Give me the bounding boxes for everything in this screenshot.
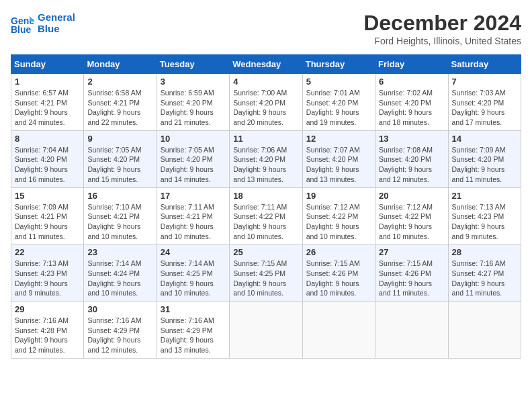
day-number: 31	[161, 304, 226, 314]
day-number: 15	[15, 191, 80, 201]
col-tuesday: Tuesday	[157, 55, 229, 74]
day-info: Sunrise: 7:16 AMSunset: 4:27 PMDaylight:…	[452, 259, 517, 298]
day-number: 25	[233, 247, 298, 257]
day-number: 12	[306, 134, 371, 144]
day-info: Sunrise: 7:15 AMSunset: 4:26 PMDaylight:…	[379, 259, 444, 298]
col-sunday: Sunday	[11, 55, 84, 74]
day-number: 7	[452, 77, 517, 87]
day-number: 23	[87, 247, 152, 257]
day-number: 21	[452, 191, 517, 201]
day-info: Sunrise: 7:13 AMSunset: 4:23 PMDaylight:…	[452, 202, 517, 242]
day-number: 18	[233, 191, 298, 201]
day-info: Sunrise: 7:15 AMSunset: 4:26 PMDaylight:…	[306, 259, 371, 298]
day-number: 22	[15, 247, 80, 257]
table-cell: 5Sunrise: 7:01 AMSunset: 4:20 PMDaylight…	[302, 74, 375, 131]
table-cell	[230, 302, 302, 359]
calendar-row: 1Sunrise: 6:57 AMSunset: 4:21 PMDaylight…	[11, 74, 521, 131]
day-info: Sunrise: 7:00 AMSunset: 4:20 PMDaylight:…	[233, 88, 298, 128]
day-number: 13	[379, 134, 444, 144]
table-cell: 6Sunrise: 7:02 AMSunset: 4:20 PMDaylight…	[375, 74, 448, 131]
col-wednesday: Wednesday	[230, 55, 302, 74]
table-cell: 30Sunrise: 7:16 AMSunset: 4:29 PMDayligh…	[84, 302, 157, 359]
day-info: Sunrise: 7:04 AMSunset: 4:20 PMDaylight:…	[15, 145, 80, 185]
table-cell: 9Sunrise: 7:05 AMSunset: 4:20 PMDaylight…	[84, 130, 157, 187]
day-number: 17	[161, 191, 226, 201]
table-cell	[302, 302, 375, 359]
day-number: 10	[161, 134, 226, 144]
logo-line1: General	[38, 11, 75, 23]
day-number: 16	[87, 191, 152, 201]
table-cell: 12Sunrise: 7:07 AMSunset: 4:20 PMDayligh…	[302, 130, 375, 187]
day-number: 26	[306, 247, 371, 257]
title-area: December 2024 Ford Heights, Illinois, Un…	[363, 11, 521, 46]
day-info: Sunrise: 7:14 AMSunset: 4:25 PMDaylight:…	[161, 259, 226, 298]
table-cell: 3Sunrise: 6:59 AMSunset: 4:20 PMDaylight…	[157, 74, 229, 131]
day-number: 11	[233, 134, 298, 144]
day-info: Sunrise: 7:01 AMSunset: 4:20 PMDaylight:…	[306, 88, 371, 128]
day-info: Sunrise: 7:16 AMSunset: 4:28 PMDaylight:…	[15, 316, 80, 355]
table-cell: 18Sunrise: 7:11 AMSunset: 4:22 PMDayligh…	[230, 187, 302, 244]
day-info: Sunrise: 6:58 AMSunset: 4:21 PMDaylight:…	[87, 88, 152, 128]
svg-text:Blue: Blue	[11, 24, 32, 35]
logo: General Blue General Blue	[11, 11, 75, 35]
day-number: 2	[87, 77, 152, 87]
table-cell: 20Sunrise: 7:12 AMSunset: 4:22 PMDayligh…	[375, 187, 448, 244]
day-number: 24	[161, 247, 226, 257]
table-cell	[375, 302, 448, 359]
table-cell: 1Sunrise: 6:57 AMSunset: 4:21 PMDaylight…	[11, 74, 84, 131]
day-info: Sunrise: 7:13 AMSunset: 4:23 PMDaylight:…	[15, 259, 80, 298]
day-number: 29	[15, 304, 80, 314]
day-number: 3	[161, 77, 226, 87]
table-cell: 24Sunrise: 7:14 AMSunset: 4:25 PMDayligh…	[157, 244, 229, 302]
day-info: Sunrise: 7:09 AMSunset: 4:20 PMDaylight:…	[452, 145, 517, 185]
day-number: 20	[379, 191, 444, 201]
day-info: Sunrise: 7:07 AMSunset: 4:20 PMDaylight:…	[306, 145, 371, 185]
day-info: Sunrise: 7:16 AMSunset: 4:29 PMDaylight:…	[87, 316, 152, 355]
table-cell: 29Sunrise: 7:16 AMSunset: 4:28 PMDayligh…	[11, 302, 84, 359]
day-number: 1	[15, 77, 80, 87]
table-cell: 4Sunrise: 7:00 AMSunset: 4:20 PMDaylight…	[230, 74, 302, 131]
table-cell	[448, 302, 521, 359]
table-cell: 22Sunrise: 7:13 AMSunset: 4:23 PMDayligh…	[11, 244, 84, 302]
day-number: 28	[452, 247, 517, 257]
day-number: 6	[379, 77, 444, 87]
col-friday: Friday	[375, 55, 448, 74]
table-cell: 19Sunrise: 7:12 AMSunset: 4:22 PMDayligh…	[302, 187, 375, 244]
page-header: General Blue General Blue December 2024 …	[11, 11, 521, 46]
day-info: Sunrise: 7:16 AMSunset: 4:29 PMDaylight:…	[161, 316, 226, 355]
calendar-row: 22Sunrise: 7:13 AMSunset: 4:23 PMDayligh…	[11, 244, 521, 302]
table-cell: 31Sunrise: 7:16 AMSunset: 4:29 PMDayligh…	[157, 302, 229, 359]
day-info: Sunrise: 7:08 AMSunset: 4:20 PMDaylight:…	[379, 145, 444, 185]
col-monday: Monday	[84, 55, 157, 74]
calendar-row: 29Sunrise: 7:16 AMSunset: 4:28 PMDayligh…	[11, 302, 521, 359]
month-title: December 2024	[363, 11, 521, 36]
day-number: 9	[87, 134, 152, 144]
calendar-row: 15Sunrise: 7:09 AMSunset: 4:21 PMDayligh…	[11, 187, 521, 244]
day-info: Sunrise: 6:59 AMSunset: 4:20 PMDaylight:…	[161, 88, 226, 128]
day-info: Sunrise: 7:09 AMSunset: 4:21 PMDaylight:…	[15, 202, 80, 242]
table-cell: 21Sunrise: 7:13 AMSunset: 4:23 PMDayligh…	[448, 187, 521, 244]
day-info: Sunrise: 7:14 AMSunset: 4:24 PMDaylight:…	[87, 259, 152, 298]
header-row: Sunday Monday Tuesday Wednesday Thursday…	[11, 55, 521, 74]
table-cell: 26Sunrise: 7:15 AMSunset: 4:26 PMDayligh…	[302, 244, 375, 302]
day-info: Sunrise: 7:12 AMSunset: 4:22 PMDaylight:…	[306, 202, 371, 242]
table-cell: 16Sunrise: 7:10 AMSunset: 4:21 PMDayligh…	[84, 187, 157, 244]
calendar-row: 8Sunrise: 7:04 AMSunset: 4:20 PMDaylight…	[11, 130, 521, 187]
day-number: 27	[379, 247, 444, 257]
day-info: Sunrise: 7:15 AMSunset: 4:25 PMDaylight:…	[233, 259, 298, 298]
col-saturday: Saturday	[448, 55, 521, 74]
day-number: 8	[15, 134, 80, 144]
day-info: Sunrise: 7:05 AMSunset: 4:20 PMDaylight:…	[161, 145, 226, 185]
table-cell: 28Sunrise: 7:16 AMSunset: 4:27 PMDayligh…	[448, 244, 521, 302]
calendar-table: Sunday Monday Tuesday Wednesday Thursday…	[11, 54, 521, 359]
day-info: Sunrise: 7:03 AMSunset: 4:20 PMDaylight:…	[452, 88, 517, 128]
logo-line2: Blue	[38, 23, 75, 34]
table-cell: 27Sunrise: 7:15 AMSunset: 4:26 PMDayligh…	[375, 244, 448, 302]
table-cell: 23Sunrise: 7:14 AMSunset: 4:24 PMDayligh…	[84, 244, 157, 302]
day-info: Sunrise: 7:11 AMSunset: 4:21 PMDaylight:…	[161, 202, 226, 242]
day-number: 14	[452, 134, 517, 144]
table-cell: 13Sunrise: 7:08 AMSunset: 4:20 PMDayligh…	[375, 130, 448, 187]
table-cell: 10Sunrise: 7:05 AMSunset: 4:20 PMDayligh…	[157, 130, 229, 187]
table-cell: 25Sunrise: 7:15 AMSunset: 4:25 PMDayligh…	[230, 244, 302, 302]
day-number: 5	[306, 77, 371, 87]
